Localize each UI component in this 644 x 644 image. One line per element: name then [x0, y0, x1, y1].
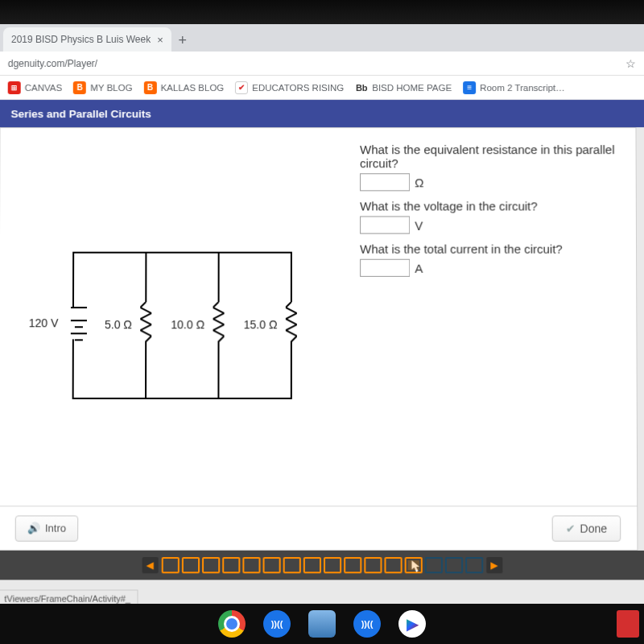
bookmark-room2[interactable]: ≡ Room 2 Transcript… — [463, 81, 565, 94]
progress-step[interactable] — [404, 557, 422, 573]
bookmark-label: BISD HOME PAGE — [372, 83, 452, 93]
bookmark-canvas[interactable]: ⊞ CANVAS — [8, 81, 63, 94]
wire — [218, 252, 220, 302]
resistor-r2 — [213, 302, 224, 347]
url-text: dgenuity.com/Player/ — [8, 58, 625, 69]
progress-step[interactable] — [283, 557, 300, 573]
blogger-icon: B — [143, 81, 156, 94]
content-split: 120 V 5.0 Ω 10.0 Ω — [0, 128, 637, 506]
wire — [72, 252, 291, 254]
battery-symbol — [71, 307, 87, 339]
done-button[interactable]: ✔ Done — [551, 515, 621, 541]
new-tab-button[interactable]: + — [171, 29, 194, 52]
r2-label: 10.0 Ω — [171, 318, 204, 331]
progress-step[interactable] — [303, 557, 320, 573]
bookmark-bisd[interactable]: Bb BISD HOME PAGE — [355, 81, 452, 94]
answer-input-current[interactable] — [360, 259, 410, 277]
content-panel: 120 V 5.0 Ω 10.0 Ω — [0, 127, 638, 551]
blogger-icon: B — [73, 81, 86, 94]
progress-step[interactable] — [202, 557, 220, 573]
wire — [291, 252, 292, 302]
lesson-header: Series and Parallel Circuits — [0, 100, 644, 127]
browser-address-bar[interactable]: dgenuity.com/Player/ ☆ — [0, 52, 644, 76]
play-store-icon[interactable]: ▶ — [398, 610, 426, 638]
progress-strip: ◀ ▶ — [0, 551, 644, 580]
progress-prev-button[interactable]: ◀ — [142, 557, 158, 573]
progress-step[interactable] — [424, 557, 442, 573]
bookmark-label: EDUCATORS RISING — [252, 83, 344, 93]
question-1: What is the equivalent resistance in thi… — [360, 142, 623, 191]
progress-step[interactable] — [364, 557, 382, 573]
content-frame: 120 V 5.0 Ω 10.0 Ω — [0, 127, 644, 608]
close-icon[interactable]: × — [157, 33, 163, 45]
app-icon-blue-2[interactable]: ))(( — [353, 610, 381, 638]
wire — [217, 347, 219, 399]
progress-step[interactable] — [344, 557, 361, 573]
question-text: What is the voltage in the circuit? — [360, 199, 623, 213]
wire — [145, 347, 147, 399]
question-2: What is the voltage in the circuit? V — [360, 199, 623, 233]
bookmark-label: KALLAS BLOG — [160, 83, 224, 93]
bookmark-label: Room 2 Transcript… — [480, 83, 565, 93]
check-icon: ✔ — [565, 522, 575, 535]
photo-of-laptop: 2019 BISD Physics B Luis Week × + dgenui… — [0, 0, 644, 644]
speaker-icon: 🔊 — [27, 522, 40, 534]
laptop-bezel — [0, 0, 644, 24]
bookmark-kallas[interactable]: B KALLAS BLOG — [143, 81, 224, 94]
unit-ohm: Ω — [415, 175, 423, 189]
chevron-right-icon: ▶ — [490, 559, 497, 571]
progress-step[interactable] — [222, 557, 240, 573]
bookmark-myblog[interactable]: B MY BLOG — [73, 81, 132, 94]
wire — [72, 398, 291, 399]
laptop-screen: 2019 BISD Physics B Luis Week × + dgenui… — [0, 24, 644, 608]
browser-tab-strip: 2019 BISD Physics B Luis Week × + — [0, 24, 644, 52]
wire — [145, 252, 147, 302]
wire — [72, 339, 74, 399]
progress-step[interactable] — [444, 557, 462, 573]
resistor-r1 — [140, 302, 151, 347]
browser-tab-active[interactable]: 2019 BISD Physics B Luis Week × — [3, 27, 171, 52]
progress-step[interactable] — [384, 557, 402, 573]
progress-boxes — [161, 557, 483, 573]
doc-icon: ≡ — [463, 81, 476, 94]
chevron-left-icon: ◀ — [147, 559, 154, 571]
intro-button[interactable]: 🔊 Intro — [15, 515, 79, 541]
unit-amp: A — [415, 261, 423, 275]
chrome-icon[interactable] — [218, 610, 246, 638]
app-glyph: ))(( — [361, 619, 374, 629]
progress-next-button[interactable]: ▶ — [486, 557, 502, 573]
bookmark-educators[interactable]: ✔ EDUCATORS RISING — [235, 81, 344, 94]
question-text: What is the total current in the circuit… — [360, 242, 623, 256]
app-icon-blue[interactable]: ))(( — [263, 610, 291, 638]
progress-step[interactable] — [161, 557, 179, 573]
progress-step[interactable] — [181, 557, 199, 573]
progress-step[interactable] — [324, 557, 341, 573]
progress-step[interactable] — [262, 557, 280, 573]
content-footer: 🔊 Intro ✔ Done — [0, 506, 637, 550]
circuit-diagram: 120 V 5.0 Ω 10.0 Ω — [39, 236, 307, 415]
plus-icon: + — [178, 31, 187, 48]
question-pane: What is the equivalent resistance in thi… — [347, 128, 637, 506]
progress-step[interactable] — [242, 557, 260, 573]
wire — [291, 347, 292, 399]
wire — [72, 252, 74, 307]
notification-icon[interactable] — [617, 610, 639, 638]
done-label: Done — [580, 522, 607, 535]
answer-input-voltage[interactable] — [360, 216, 410, 233]
blackboard-icon: Bb — [355, 81, 368, 94]
r1-label: 5.0 Ω — [105, 318, 132, 331]
progress-step[interactable] — [465, 557, 483, 573]
files-icon[interactable] — [308, 610, 336, 638]
play-glyph: ▶ — [407, 614, 419, 634]
canvas-icon: ⊞ — [8, 81, 21, 94]
diagram-pane: 120 V 5.0 Ω 10.0 Ω — [0, 128, 347, 506]
question-3: What is the total current in the circuit… — [360, 242, 623, 277]
bookmark-star-icon[interactable]: ☆ — [625, 57, 636, 70]
answer-input-resistance[interactable] — [360, 173, 410, 191]
resistor-r3 — [286, 302, 297, 347]
os-taskbar: ))(( ))(( ▶ — [0, 604, 644, 644]
unit-volt: V — [415, 218, 423, 232]
app-glyph: ))(( — [271, 619, 283, 629]
source-label: 120 V — [29, 316, 59, 329]
bookmark-label: MY BLOG — [90, 83, 132, 93]
